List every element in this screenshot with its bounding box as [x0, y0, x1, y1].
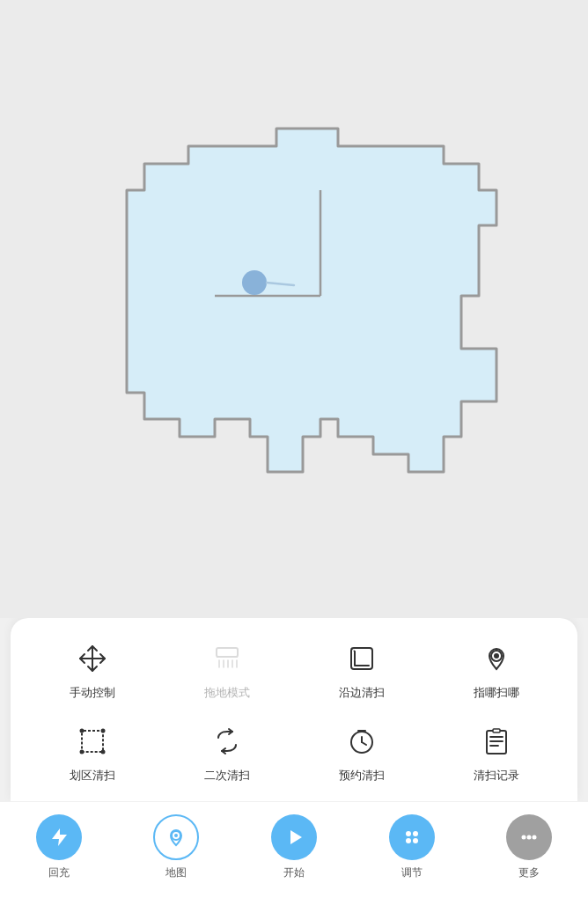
- svg-point-37: [406, 838, 411, 843]
- nav-charge[interactable]: 回充: [36, 814, 82, 880]
- floor-plan: [127, 129, 496, 472]
- map-area: [0, 0, 588, 618]
- charge-circle: [36, 814, 82, 860]
- control-manual[interactable]: 手动控制: [25, 639, 159, 701]
- svg-line-24: [362, 742, 366, 745]
- svg-point-21: [100, 750, 105, 754]
- svg-point-19: [100, 729, 105, 733]
- start-circle: [271, 814, 317, 860]
- svg-point-33: [174, 834, 178, 837]
- more-circle: [506, 814, 552, 860]
- nav-map[interactable]: 地图: [153, 814, 199, 880]
- control-mop[interactable]: 拖地模式: [159, 639, 294, 701]
- floor-map: [0, 0, 588, 618]
- svg-rect-31: [493, 729, 500, 732]
- map-circle: [153, 814, 199, 860]
- svg-point-36: [413, 831, 418, 836]
- corner-icon: [342, 639, 381, 678]
- svg-rect-6: [217, 648, 238, 657]
- svg-point-35: [406, 831, 411, 836]
- control-spot[interactable]: 指哪扫哪: [429, 639, 563, 701]
- svg-rect-17: [82, 731, 103, 752]
- repeat-icon: [208, 722, 246, 761]
- move-icon: [73, 639, 112, 678]
- spot-label: 指哪扫哪: [474, 685, 519, 701]
- mop-icon: [208, 639, 246, 678]
- zone-icon: [73, 722, 112, 761]
- control-history[interactable]: 清扫记录: [429, 722, 563, 784]
- start-label: 开始: [283, 865, 305, 880]
- charge-label: 回充: [48, 865, 70, 880]
- svg-point-38: [413, 838, 418, 843]
- control-edge[interactable]: 沿边清扫: [294, 639, 429, 701]
- zone-label: 划区清扫: [70, 768, 115, 784]
- adjust-circle: [389, 814, 435, 860]
- control-zone[interactable]: 划区清扫: [25, 722, 159, 784]
- clock-icon: [342, 722, 381, 761]
- nav-start[interactable]: 开始: [271, 814, 317, 880]
- control-grid: 手动控制 拖地模式: [25, 639, 563, 784]
- more-label: 更多: [518, 865, 540, 880]
- nav-more[interactable]: 更多: [506, 814, 552, 880]
- svg-marker-34: [290, 830, 302, 844]
- repeat-label: 二次清扫: [204, 768, 250, 784]
- nav-adjust[interactable]: 调节: [389, 814, 435, 880]
- schedule-label: 预约清扫: [339, 768, 385, 784]
- list-icon: [477, 722, 516, 761]
- svg-point-18: [79, 729, 84, 733]
- edge-label: 沿边清扫: [339, 685, 385, 701]
- map-label: 地图: [165, 865, 187, 880]
- svg-point-16: [494, 653, 499, 659]
- svg-point-39: [522, 835, 526, 840]
- history-label: 清扫记录: [474, 768, 519, 784]
- adjust-label: 调节: [401, 865, 423, 880]
- location-icon: [477, 639, 516, 678]
- svg-point-2: [242, 270, 267, 295]
- svg-rect-26: [487, 731, 506, 754]
- control-schedule[interactable]: 预约清扫: [294, 722, 429, 784]
- mop-label: 拖地模式: [204, 685, 250, 701]
- bottom-nav: 回充 地图 开始 调节: [0, 801, 588, 898]
- svg-point-40: [527, 835, 532, 840]
- svg-point-20: [79, 750, 84, 754]
- control-panel: 手动控制 拖地模式: [11, 618, 577, 801]
- manual-label: 手动控制: [70, 685, 115, 701]
- control-repeat[interactable]: 二次清扫: [159, 722, 294, 784]
- svg-point-41: [533, 835, 537, 840]
